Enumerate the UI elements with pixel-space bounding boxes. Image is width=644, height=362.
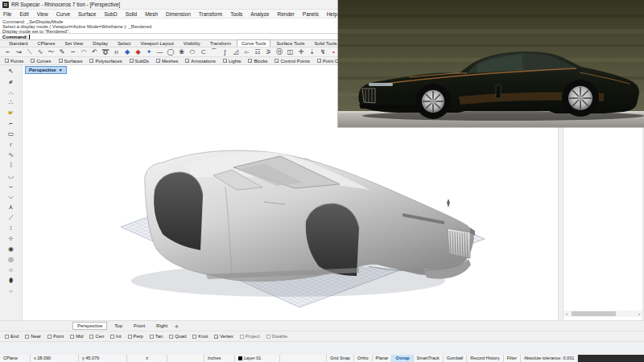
viewport-tab-front[interactable]: Front <box>130 323 149 329</box>
osnap-checkbox-quad[interactable]: Quad <box>169 334 186 339</box>
line-icon[interactable]: ⟍ <box>25 48 34 56</box>
checkbox-icon[interactable] <box>266 335 270 339</box>
status-toggle-grid-snap[interactable]: Grid Snap <box>327 355 354 362</box>
control-point-curve-icon[interactable]: ↝ <box>14 48 23 56</box>
osnap-checkbox-disable[interactable]: Disable <box>266 334 287 339</box>
osnap-checkbox-near[interactable]: Near <box>25 334 41 339</box>
cplane-cell[interactable]: CPlane <box>0 355 31 362</box>
osnap-checkbox-project[interactable]: Project <box>240 334 260 339</box>
toolbar-tab-display[interactable]: Display <box>89 40 112 47</box>
polyline-tool-icon[interactable]: ⌐ <box>5 119 18 129</box>
osnap-checkbox-perp[interactable]: Perp <box>128 334 143 339</box>
menu-view[interactable]: View <box>37 11 48 17</box>
checkbox-icon[interactable] <box>70 335 74 339</box>
sketch-tool-icon[interactable]: ⸾ <box>5 161 18 171</box>
status-toggle-planar[interactable]: Planar <box>373 355 393 362</box>
circle2-tool-icon[interactable]: ◎ <box>5 255 18 265</box>
checkbox-icon[interactable]: ✓ <box>156 59 160 63</box>
viewport-tab-right[interactable]: Right <box>152 323 171 329</box>
checkbox-icon[interactable] <box>110 335 114 339</box>
ellipse-tool-icon[interactable]: ⬮ <box>5 276 18 286</box>
checkbox-icon[interactable] <box>5 335 9 339</box>
point-icon[interactable]: ∴ <box>5 98 18 108</box>
sketch-icon[interactable]: ✎ <box>58 48 67 56</box>
menu-help[interactable]: Help <box>327 11 337 17</box>
checkbox-icon[interactable]: ✓ <box>223 59 227 63</box>
checkbox-icon[interactable]: ✓ <box>185 59 189 63</box>
polyline-icon[interactable]: ⌐ <box>3 48 12 56</box>
vertex-curve-icon[interactable]: ⋏ <box>5 203 18 212</box>
circle-tool-icon[interactable]: ◉ <box>5 245 18 254</box>
project-curve-icon[interactable]: ⇣ <box>308 48 316 56</box>
osnap-checkbox-mid[interactable]: Mid <box>70 334 83 339</box>
helix-icon[interactable]: ➰ <box>101 48 110 56</box>
match-curve-icon[interactable]: ⚞ <box>264 48 273 56</box>
curve-tool-icon[interactable]: ɾ <box>5 140 18 150</box>
checkbox-icon[interactable]: ✓ <box>248 59 252 63</box>
spiral-icon[interactable]: ʊ <box>112 48 121 56</box>
status-toggle-record-history[interactable]: Record History <box>467 355 503 362</box>
extend-icon[interactable]: ⊹ <box>5 234 18 244</box>
interpolate-curve-icon[interactable]: 〜 <box>47 48 56 56</box>
menu-curve[interactable]: Curve <box>56 11 70 17</box>
menu-edit[interactable]: Edit <box>19 11 28 17</box>
filter-checkbox-polysurfaces[interactable]: ✓Polysurfaces <box>89 59 122 64</box>
filter-checkbox-blocks[interactable]: ✓Blocks <box>248 59 267 64</box>
rectangle-tool-icon[interactable]: ▭ <box>5 130 18 139</box>
surface-curve-icon[interactable]: ✦ <box>145 48 154 56</box>
checkbox-icon[interactable]: ✓ <box>59 59 63 63</box>
filter-checkbox-control-points[interactable]: ✓Control Points <box>275 59 309 64</box>
extend-curve-icon[interactable]: ⟜ <box>242 48 251 56</box>
menu-render[interactable]: Render <box>277 11 294 17</box>
menu-panels[interactable]: Panels <box>303 11 319 17</box>
filter-checkbox-curves[interactable]: ✓Curves <box>31 59 51 64</box>
toolbar-tab-select[interactable]: Select <box>114 40 134 47</box>
circle-tangent-icon[interactable]: ❀ <box>177 48 186 56</box>
osnap-checkbox-vertex[interactable]: ✓Vertex <box>214 334 233 339</box>
menu-transform[interactable]: Transform <box>199 11 222 17</box>
checkbox-icon[interactable]: ✓ <box>89 59 93 63</box>
status-toggle-osnap[interactable]: Osnap <box>392 355 413 362</box>
arc-blend-icon[interactable]: ⌔ <box>5 286 18 296</box>
menu-analyze[interactable]: Analyze <box>250 11 269 17</box>
osnap-checkbox-point[interactable]: Point <box>47 334 64 339</box>
status-toggle-gumball[interactable]: Gumball <box>444 355 467 362</box>
osnap-checkbox-cen[interactable]: Cen <box>89 334 104 339</box>
scrollbar-track[interactable] <box>570 311 636 316</box>
circle-icon[interactable]: ◯ <box>167 48 175 56</box>
arc-ccw-icon[interactable]: ↶ <box>90 48 99 56</box>
freeform-curve-icon[interactable]: ∼ <box>68 48 77 56</box>
checkbox-icon[interactable]: ✓ <box>275 59 279 63</box>
checkbox-icon[interactable] <box>150 335 154 339</box>
control-points-on-icon[interactable]: ⸫ <box>5 88 18 97</box>
divider-icon[interactable]: ⁞ <box>5 224 18 233</box>
toolbar-tab-transform[interactable]: Transform <box>206 40 235 47</box>
menu-file[interactable]: File <box>3 11 11 17</box>
offset-curve-icon[interactable]: ⊂ <box>199 48 208 56</box>
viewport-tab-perspective[interactable]: Perspective <box>72 322 107 330</box>
osnap-checkbox-end[interactable]: End <box>5 334 19 339</box>
menu-subd[interactable]: SubD <box>104 11 117 17</box>
car-model-render[interactable] <box>145 150 475 282</box>
status-toggle-ortho[interactable]: Ortho <box>354 355 373 362</box>
select-arrow-icon[interactable]: ↖ <box>5 67 18 76</box>
popup-toolbar-icon[interactable]: ☛ <box>5 109 18 118</box>
new-viewport-tab-icon[interactable]: ✛ <box>175 323 179 329</box>
right-panel-hscrollbar[interactable]: ‹ › <box>564 311 642 317</box>
viewport-title-tab[interactable]: Perspective ▼ <box>25 66 67 74</box>
menu-tools[interactable]: Tools <box>230 11 242 17</box>
checkbox-icon[interactable] <box>25 335 29 339</box>
checkbox-icon[interactable] <box>192 335 196 339</box>
filter-checkbox-subds[interactable]: ✓SubDs <box>130 59 149 64</box>
red-point-icon[interactable]: • <box>329 48 338 56</box>
menu-solid[interactable]: Solid <box>126 11 137 17</box>
menu-mesh[interactable]: Mesh <box>145 11 158 17</box>
osnap-checkbox-knot[interactable]: Knot <box>192 334 208 339</box>
checkbox-icon[interactable] <box>47 335 52 339</box>
curve-3d-red-icon[interactable]: ◆ <box>134 48 142 56</box>
ellipse-icon[interactable]: ⬭ <box>188 48 197 56</box>
freeform-tool-icon[interactable]: ∿ <box>5 150 18 160</box>
units-cell[interactable]: Inches <box>204 355 235 362</box>
checkbox-icon[interactable]: ✓ <box>31 59 35 63</box>
filter-checkbox-points[interactable]: ✓Points <box>5 59 23 64</box>
